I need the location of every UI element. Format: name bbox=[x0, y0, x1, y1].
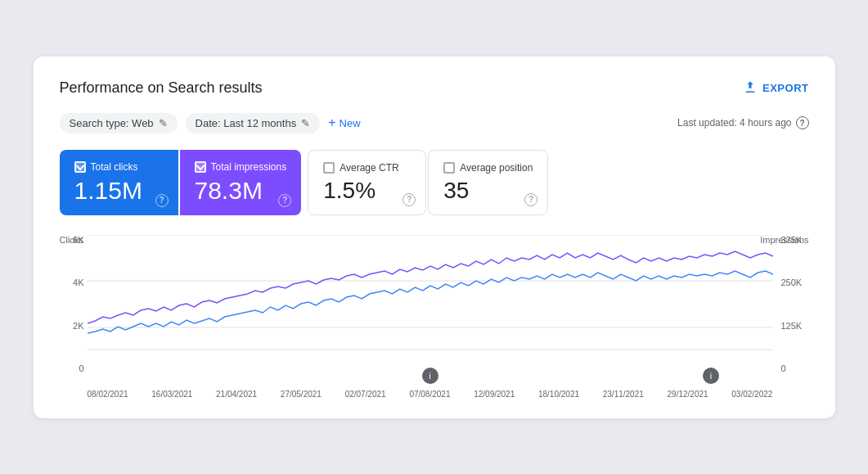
metric-label: Total impressions bbox=[195, 161, 287, 173]
metric-value: 1.15M bbox=[74, 176, 164, 205]
annotation-dot-1[interactable]: i bbox=[422, 368, 438, 384]
metrics-row: Total clicks 1.15M ? Total impressions 7… bbox=[60, 150, 809, 215]
search-type-filter[interactable]: Search type: Web ✎ bbox=[60, 113, 178, 133]
chart-area: 6K 4K 2K 0 375K 250K 125K 0 bbox=[60, 235, 809, 399]
metric-label-text: Average CTR bbox=[340, 162, 398, 174]
help-icon-ctr[interactable]: ? bbox=[403, 192, 416, 206]
plus-icon: + bbox=[328, 116, 335, 129]
metric-label: Average position bbox=[443, 162, 533, 174]
search-type-label: Search type: Web bbox=[70, 117, 154, 129]
help-icon-impressions[interactable]: ? bbox=[278, 192, 291, 207]
last-updated: Last updated: 4 hours ago ? bbox=[677, 116, 808, 129]
checkbox-icon bbox=[195, 161, 206, 173]
metric-label-text: Total impressions bbox=[211, 161, 287, 173]
metric-value: 1.5% bbox=[323, 177, 411, 205]
metric-label-text: Average position bbox=[460, 162, 533, 174]
edit-icon-date: ✎ bbox=[301, 117, 310, 129]
metric-average-position[interactable]: Average position 35 ? bbox=[428, 150, 548, 215]
card-header: Performance on Search results EXPORT bbox=[60, 79, 809, 97]
metric-average-ctr[interactable]: Average CTR 1.5% ? bbox=[308, 150, 426, 215]
date-label: Date: Last 12 months bbox=[196, 117, 297, 129]
chart-container: Clicks Impressions 6K 4K 2K 0 375K 250K … bbox=[60, 235, 809, 399]
export-icon bbox=[743, 80, 758, 95]
help-icon-updated[interactable]: ? bbox=[796, 116, 809, 129]
help-icon-clicks[interactable]: ? bbox=[155, 192, 169, 207]
help-icon-pos[interactable]: ? bbox=[524, 192, 537, 206]
performance-card: Performance on Search results EXPORT Sea… bbox=[34, 56, 835, 418]
metric-value: 35 bbox=[443, 177, 533, 205]
metric-total-clicks[interactable]: Total clicks 1.15M ? bbox=[60, 150, 178, 215]
checkbox-icon-pos bbox=[443, 162, 455, 174]
chart-svg bbox=[88, 235, 773, 374]
page-title: Performance on Search results bbox=[60, 79, 263, 97]
export-button[interactable]: EXPORT bbox=[743, 80, 808, 95]
filters-row: Search type: Web ✎ Date: Last 12 months … bbox=[60, 113, 809, 133]
edit-icon: ✎ bbox=[159, 117, 168, 129]
metric-label-text: Total clicks bbox=[91, 161, 138, 173]
new-label: New bbox=[340, 117, 361, 129]
annotation-dot-2[interactable]: i bbox=[703, 368, 719, 384]
chart-y-left-labels: 6K 4K 2K 0 bbox=[60, 235, 84, 374]
new-button[interactable]: + New bbox=[328, 116, 360, 129]
metric-value: 78.3M bbox=[195, 176, 287, 205]
chart-y-right-labels: 375K 250K 125K 0 bbox=[778, 235, 809, 374]
export-label: EXPORT bbox=[762, 82, 808, 94]
metric-label: Total clicks bbox=[74, 161, 164, 173]
chart-x-labels: 08/02/2021 16/03/2021 21/04/2021 27/05/2… bbox=[88, 390, 773, 399]
metric-label: Average CTR bbox=[323, 162, 411, 174]
date-filter[interactable]: Date: Last 12 months ✎ bbox=[186, 113, 321, 133]
metric-total-impressions[interactable]: Total impressions 78.3M ? bbox=[180, 150, 302, 215]
checkbox-icon bbox=[74, 161, 86, 173]
checkbox-icon-ctr bbox=[323, 162, 335, 174]
